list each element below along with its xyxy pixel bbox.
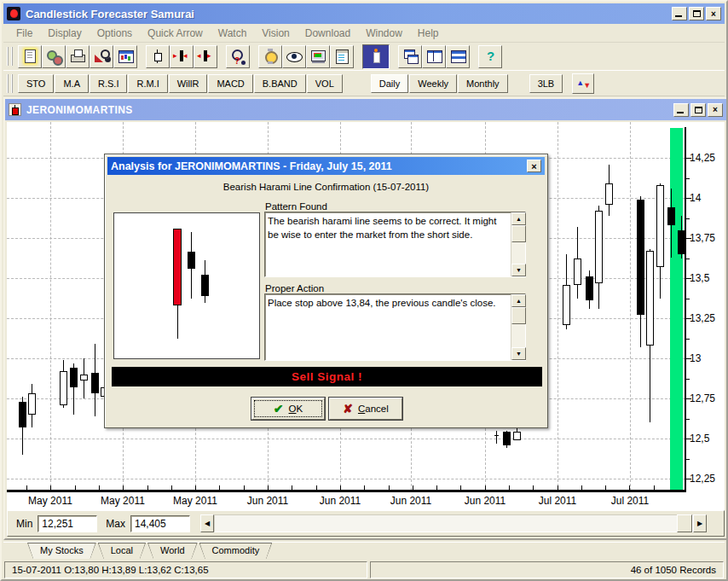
print-button[interactable] xyxy=(66,45,90,68)
y-axis-label: 13,75 xyxy=(690,232,724,244)
cancel-button[interactable]: ✘ Cancel xyxy=(329,398,402,420)
max-input[interactable] xyxy=(130,515,190,532)
toolbar-drag-handle[interactable] xyxy=(7,47,13,66)
indicator-macd-button[interactable]: MACD xyxy=(208,74,252,93)
indicator-r-m-i-button[interactable]: R.M.I xyxy=(128,74,167,93)
tab-label: Local xyxy=(99,543,145,559)
candle-body xyxy=(28,393,36,414)
monitor-icon xyxy=(309,48,326,65)
scroll-thumb[interactable] xyxy=(511,225,526,242)
menu-item-watch[interactable]: Watch xyxy=(211,25,255,42)
tab-commodity[interactable]: Commodity xyxy=(199,543,273,559)
app-logo-icon xyxy=(7,7,20,20)
indicator-b-band-button[interactable]: B.BAND xyxy=(254,74,306,93)
close-button[interactable]: × xyxy=(706,7,721,20)
eye-button[interactable] xyxy=(282,45,306,68)
scan-icon xyxy=(229,48,246,65)
cascade-button[interactable] xyxy=(398,45,422,68)
y-axis-label: 13,25 xyxy=(690,312,724,324)
proper-action-label: Proper Action xyxy=(265,283,324,293)
tile-vertical-button[interactable] xyxy=(422,45,446,68)
candle-body xyxy=(70,368,78,387)
period-daily-button[interactable]: Daily xyxy=(371,74,408,93)
y-axis-label: 14,25 xyxy=(690,152,724,164)
notepad-button[interactable] xyxy=(330,45,354,68)
chart-search-button[interactable] xyxy=(90,45,113,68)
dialog-close-icon[interactable]: × xyxy=(527,160,541,172)
menu-item-display[interactable]: Display xyxy=(40,25,89,42)
menu-item-file[interactable]: File xyxy=(9,25,40,42)
scrollbar-track[interactable] xyxy=(214,514,693,532)
new-report-icon xyxy=(21,48,38,65)
range-bar: Min Max ◀ ▶ xyxy=(7,510,725,537)
y-axis-tick xyxy=(686,178,690,179)
y-axis-tick xyxy=(686,158,691,159)
y-axis xyxy=(685,127,686,492)
candle-highlight-button[interactable] xyxy=(362,44,390,69)
new-report-button[interactable] xyxy=(18,45,42,68)
scroll-up-icon[interactable]: ▲ xyxy=(511,212,526,225)
ok-button[interactable]: ✔ OK xyxy=(251,398,325,420)
updown-arrows-button[interactable] xyxy=(572,73,594,94)
gridline-v xyxy=(630,122,631,491)
dialog-title-bar: Analysis for JERONIMOMARTINS - Friday, J… xyxy=(107,157,545,175)
menu-item-download[interactable]: Download xyxy=(298,25,358,42)
help-button[interactable] xyxy=(478,45,502,68)
zoom-out-candles-button[interactable] xyxy=(194,45,217,68)
tab-world[interactable]: World xyxy=(147,543,198,559)
period-weekly-button[interactable]: Weekly xyxy=(409,74,457,93)
scroll-down-icon[interactable]: ▼ xyxy=(511,347,526,360)
scroll-thumb[interactable] xyxy=(511,307,526,324)
gridline-v xyxy=(50,122,51,491)
y-axis-label: 12,25 xyxy=(690,473,724,485)
maximize-button[interactable] xyxy=(689,7,704,20)
indicator-sto-button[interactable]: STO xyxy=(18,74,54,93)
scroll-left-button[interactable]: ◀ xyxy=(200,514,214,532)
scroll-right-button[interactable]: ▶ xyxy=(693,514,707,532)
menu-item-help[interactable]: Help xyxy=(410,25,447,42)
indicator-toolbar-drag-handle[interactable] xyxy=(7,74,13,93)
pattern-scrollbar: ▲ ▼ xyxy=(511,212,525,276)
tile-horizontal-button[interactable] xyxy=(446,45,470,68)
candle-button[interactable] xyxy=(146,45,170,68)
tab-label: Commodity xyxy=(200,543,272,559)
indicator-m-a-button[interactable]: M.A xyxy=(55,74,89,93)
menu-item-window[interactable]: Window xyxy=(358,25,410,42)
min-input[interactable] xyxy=(38,515,97,532)
chart-minimize-button[interactable] xyxy=(673,103,689,117)
gears-button[interactable] xyxy=(42,45,66,68)
pattern-found-textarea[interactable]: The bearish harami line seems to be corr… xyxy=(264,212,526,277)
indicator-willr-button[interactable]: WillR xyxy=(169,74,208,93)
indicator-vol-button[interactable]: VOL xyxy=(307,74,343,93)
menu-item-vision[interactable]: Vision xyxy=(254,25,297,42)
scan-button[interactable] xyxy=(226,45,250,68)
watch-button[interactable] xyxy=(258,45,282,68)
dialog-title: Analysis for JERONIMOMARTINS - Friday, J… xyxy=(111,160,392,172)
y-axis-tick xyxy=(686,439,691,439)
indicator-r-s-i-button[interactable]: R.S.I xyxy=(90,74,127,93)
tab-local[interactable]: Local xyxy=(98,543,146,559)
gridline-h xyxy=(7,439,685,439)
chart-window-title-bar: JERONIMOMARTINS × xyxy=(5,99,726,120)
scroll-down-icon[interactable]: ▼ xyxy=(511,264,526,276)
monitor-button[interactable] xyxy=(306,45,330,68)
menu-item-quick-arrow[interactable]: Quick Arrow xyxy=(140,25,211,42)
menu-item-options[interactable]: Options xyxy=(90,25,140,42)
zoom-in-candles-button[interactable] xyxy=(170,45,194,68)
report-window-button[interactable] xyxy=(113,45,137,68)
tab-my-stocks[interactable]: My Stocks xyxy=(27,543,96,559)
chart-close-button[interactable]: × xyxy=(708,103,723,117)
proper-action-textarea[interactable]: Place stop above 13,84, the previous can… xyxy=(264,293,526,361)
period-monthly-button[interactable]: Monthly xyxy=(458,74,508,93)
minimize-button[interactable] xyxy=(672,7,687,20)
scrollbar-thumb[interactable] xyxy=(677,514,692,532)
chart-maximize-button[interactable] xyxy=(690,103,706,117)
y-axis-tick xyxy=(686,339,690,340)
three-line-break-button[interactable]: 3LB xyxy=(529,74,563,93)
mini-candle-body-red xyxy=(173,229,182,305)
print-icon xyxy=(69,48,86,65)
x-axis-label: Jun 2011 xyxy=(455,495,515,507)
candle-body xyxy=(503,432,511,444)
x-axis-label: Jun 2011 xyxy=(238,495,298,507)
scroll-up-icon[interactable]: ▲ xyxy=(511,294,526,307)
